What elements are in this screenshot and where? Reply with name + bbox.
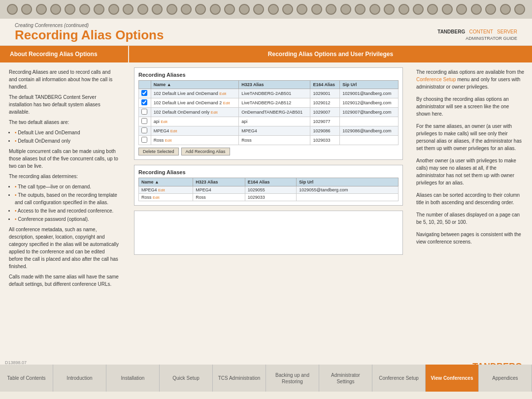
- table-row: api Edit api 1029077: [139, 117, 399, 126]
- brand-content: CONTENT: [469, 29, 493, 34]
- tab-tcs-administration[interactable]: TCS Administration: [213, 365, 266, 392]
- center-column: Recording Aliases Name ▲ H323 Alias E164…: [128, 62, 409, 368]
- spiral-circle: [79, 4, 90, 15]
- left-para-1: Recording Aliases are used to record cal…: [9, 68, 119, 91]
- spiral-circle: [326, 4, 336, 15]
- add-recording-alias-button[interactable]: Add Recording Alias: [181, 148, 230, 155]
- alias-table-1: Name ▲ H323 Alias E164 Alias Sip Url 102…: [138, 80, 399, 145]
- right-para-1: The recording alias options are availabl…: [416, 68, 525, 91]
- spiral-circle: [239, 4, 250, 15]
- brand-server: SERVER: [497, 29, 517, 34]
- bottom-navigation: Table of Contents Introduction Installat…: [0, 365, 532, 399]
- spiral-circle: [152, 4, 163, 15]
- spiral-circle: [297, 4, 307, 15]
- right-para-4: Another owner (a user with privileges to…: [416, 157, 525, 186]
- spiral-circle: [442, 4, 453, 15]
- spiral-circle: [456, 4, 467, 15]
- spiral-circle: [355, 4, 366, 15]
- delete-selected-button[interactable]: Delete Selected: [138, 148, 179, 155]
- list-item: • Conference password (optional).: [15, 215, 119, 223]
- row-checkbox[interactable]: [141, 137, 147, 143]
- spiral-circle: [181, 4, 192, 15]
- table-buttons: Delete Selected Add Recording Alias: [138, 148, 399, 155]
- col-h323: H323 Alias: [239, 80, 310, 89]
- alias-table-2-title: Recording Aliases: [138, 169, 399, 175]
- spiral-circle: [210, 4, 221, 15]
- tab-table-of-contents[interactable]: Table of Contents: [0, 365, 53, 392]
- tab-conference-setup[interactable]: Conference Setup: [372, 365, 426, 392]
- tab-backing-up[interactable]: Backing up and Restoring: [266, 365, 319, 392]
- conference-setup-link[interactable]: Conference Setup: [416, 77, 456, 82]
- spiral-circle: [65, 4, 75, 15]
- col-h323: H323 Alias: [193, 178, 245, 186]
- spiral-circle: [369, 4, 380, 15]
- right-para-2: By choosing the recording alias options …: [416, 95, 525, 118]
- alias-table-2-box: Recording Aliases Name ▲ H323 Alias E164…: [134, 165, 403, 206]
- edit-link[interactable]: Edit: [170, 129, 177, 133]
- page-header: Creating Conferences (continued) Recordi…: [0, 19, 532, 46]
- spiral-circle: [94, 4, 104, 15]
- table-row: Ross Edit Ross 1029033: [139, 193, 399, 201]
- edit-link[interactable]: Edit: [158, 188, 165, 192]
- tab-appendices[interactable]: Appendices: [479, 365, 532, 392]
- spiral-circle: [50, 4, 61, 15]
- spiral-circle: [340, 4, 351, 15]
- tab-quick-setup[interactable]: Quick Setup: [160, 365, 213, 392]
- table-row: MPEG4 Edit MPEG4 1029086 1029086@tandber…: [139, 126, 399, 135]
- col-sip: Sip Url: [340, 80, 399, 89]
- brand-tandberg: TANDBERG: [437, 29, 465, 34]
- spiral-circle: [399, 4, 409, 15]
- tab-view-conferences[interactable]: View Conferences: [426, 365, 479, 392]
- row-checkbox[interactable]: [141, 90, 147, 96]
- right-para-3: For the same aliases, an owner (a user w…: [416, 123, 525, 152]
- spiral-circle: [500, 4, 511, 15]
- right-column: The recording alias options are availabl…: [409, 62, 532, 368]
- tab-introduction[interactable]: Introduction: [53, 365, 106, 392]
- edit-link[interactable]: Edit: [153, 195, 160, 200]
- spiral-circle: [36, 4, 47, 15]
- edit-link[interactable]: Edit: [161, 120, 167, 124]
- empty-screenshot-box: [134, 211, 403, 255]
- spiral-circle: [224, 4, 235, 15]
- spiral-circle: [268, 4, 279, 15]
- section-header-right: Recording Alias Options and User Privile…: [129, 46, 532, 62]
- left-column: Recording Aliases are used to record cal…: [0, 62, 128, 368]
- left-para-7: Calls made with the same alias will have…: [9, 273, 119, 288]
- spiral-circle: [108, 4, 119, 15]
- row-checkbox[interactable]: [141, 99, 147, 105]
- list-item: • Default OnDemand only: [15, 137, 119, 145]
- guide-text: ADMINISTRATOR GUIDE: [437, 35, 517, 42]
- row-checkbox[interactable]: [141, 127, 147, 133]
- list-item: • The call type—live or on demand.: [15, 183, 119, 190]
- spiral-circle: [282, 4, 293, 15]
- edit-link[interactable]: Edit: [211, 110, 218, 115]
- col-name: Name ▲: [151, 80, 239, 89]
- alias-table-2: Name ▲ H323 Alias E164 Alias Sip Url MPE…: [138, 178, 399, 201]
- edit-link[interactable]: Edit: [219, 92, 226, 96]
- header-left: Creating Conferences (continued) Recordi…: [15, 23, 164, 42]
- row-checkbox[interactable]: [141, 109, 147, 115]
- col-e164: E164 Alias: [245, 178, 296, 186]
- col-check: [139, 80, 151, 89]
- table-row: 102 Default OnDemand only Edit OnDemandT…: [139, 107, 399, 117]
- tab-administrator-settings[interactable]: Administrator Settings: [319, 365, 372, 392]
- table-row: 102 Default Live and OnDemand Edit LiveT…: [139, 89, 399, 98]
- tab-installation[interactable]: Installation: [106, 365, 160, 392]
- edit-link[interactable]: Edit: [165, 138, 172, 143]
- section-header-left: About Recording Alias Options: [0, 46, 128, 62]
- right-para-5: Aliases can be sorted according to their…: [416, 191, 525, 206]
- table-row: MPEG4 Edit MPEG4 1029055 1029055@tandber…: [139, 186, 399, 193]
- edit-link[interactable]: Edit: [223, 101, 230, 105]
- spiral-circle: [311, 4, 322, 15]
- spiral-binding: [0, 0, 532, 19]
- list-item: • Default Live and OnDemand: [15, 129, 119, 136]
- determines-list: • The call type—live or on demand. • The…: [15, 183, 119, 223]
- list-item: • The outputs, based on the recording te…: [15, 191, 119, 206]
- spiral-circle: [427, 4, 438, 15]
- spiral-circle: [21, 4, 32, 15]
- spiral-circle: [123, 4, 133, 15]
- spiral-circle: [413, 4, 424, 15]
- spiral-circle: [7, 4, 18, 15]
- left-para-2: The default TANDBERG Content Server inst…: [9, 93, 119, 116]
- row-checkbox[interactable]: [141, 118, 147, 124]
